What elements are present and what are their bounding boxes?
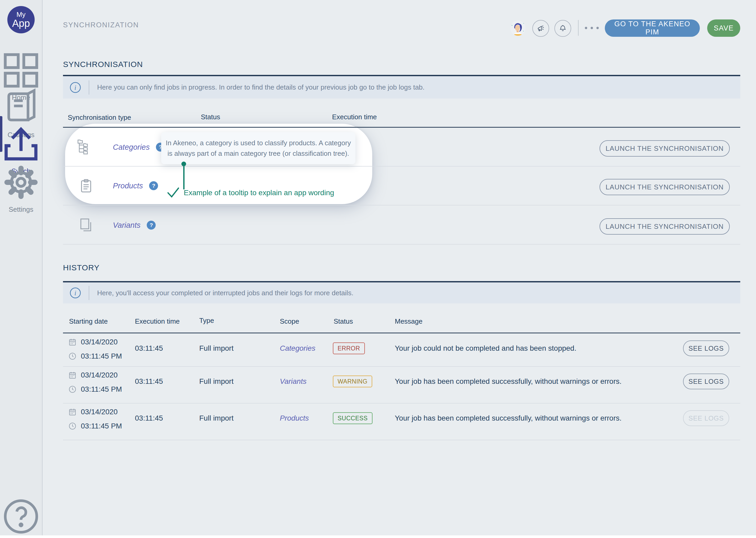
history-info-banner: i Here, you'll access your completed or … [63, 281, 740, 303]
column-header-status: Status [334, 317, 353, 325]
bottom-strip [0, 535, 756, 538]
column-header-type: Type [199, 317, 214, 325]
starting-date: 03/14/2020 [81, 371, 118, 379]
sync-type-link[interactable]: Variants [113, 221, 140, 230]
sync-type-cell: Variants ? [113, 221, 156, 230]
see-logs-button-disabled: SEE LOGS [683, 410, 729, 426]
sidebar-item-help[interactable]: Help [0, 496, 42, 538]
type-cell: Full import [199, 414, 234, 422]
history-row: 03/14/2020 03:11:45 PM 03:11:45 Full imp… [63, 403, 740, 440]
launch-sync-button[interactable]: LAUNCH THE SYNCHRONISATION [599, 179, 730, 195]
clock-icon [68, 422, 77, 430]
column-header-starting-date: Starting date [69, 317, 108, 325]
starting-time-cell: 03:11:45 PM [68, 422, 122, 430]
variants-icon [78, 217, 94, 233]
column-header-message: Message [395, 317, 423, 325]
launch-sync-button[interactable]: LAUNCH THE SYNCHRONISATION [599, 140, 730, 157]
history-section-title: HISTORY [63, 263, 100, 272]
announcements-button[interactable] [532, 20, 549, 37]
history-info-text: Here, you'll access your completed or in… [97, 289, 353, 297]
tooltip-pointer-line [183, 166, 185, 189]
info-icon: i [69, 287, 81, 299]
see-logs-button[interactable]: SEE LOGS [683, 341, 729, 356]
sidebar-item-settings[interactable]: Settings [0, 161, 42, 214]
status-cell: WARNING [333, 376, 372, 388]
launch-sync-button[interactable]: LAUNCH THE SYNCHRONISATION [599, 218, 730, 235]
banner-divider [89, 286, 89, 300]
status-cell: ERROR [333, 343, 365, 354]
starting-time-cell: 03:11:45 PM [68, 385, 122, 394]
execution-time-cell: 03:11:45 [135, 344, 163, 352]
starting-date-cell: 03/14/2020 [68, 408, 118, 416]
clipboard-icon [78, 178, 94, 194]
svg-text:i: i [74, 290, 76, 296]
app-logo[interactable]: My App [7, 6, 35, 33]
save-button[interactable]: SAVE [707, 20, 740, 37]
scope-link[interactable]: Products [280, 414, 309, 422]
calendar-icon [68, 408, 77, 416]
column-header-execution-time: Execution time [332, 113, 377, 121]
sync-row-variants: Variants ? LAUNCH THE SYNCHRONISATION [63, 205, 740, 244]
bell-icon [559, 24, 567, 32]
column-header-status: Status [201, 113, 220, 121]
help-badge[interactable]: ? [149, 181, 158, 190]
avatar[interactable] [510, 21, 526, 36]
gear-icon [0, 161, 42, 203]
scope-link[interactable]: Variants [280, 377, 307, 386]
status-badge: ERROR [333, 343, 365, 354]
tooltip-pointer-dot [181, 162, 186, 166]
clock-icon [68, 385, 77, 394]
starting-date: 03/14/2020 [81, 408, 118, 416]
type-cell: Full import [199, 377, 234, 386]
starting-time: 03:11:45 PM [81, 385, 122, 394]
scope-link[interactable]: Categories [280, 344, 315, 352]
starting-time: 03:11:45 PM [81, 352, 122, 360]
grid-icon [0, 49, 42, 91]
sidebar-item-label: Settings [0, 205, 42, 214]
message-cell: Your job has been completed successfully… [395, 377, 622, 386]
help-badge[interactable]: ? [147, 221, 156, 230]
overflow-menu-icon[interactable] [585, 20, 599, 36]
sync-row-products: Products ? LAUNCH THE SYNCHRONISATION [63, 166, 740, 205]
go-to-pim-button[interactable]: GO TO THE AKENEO PIM [605, 20, 700, 37]
sync-type-link[interactable]: Categories [113, 143, 150, 152]
execution-time-cell: 03:11:45 [135, 377, 163, 386]
tooltip-line1: In Akeneo, a category is used to classif… [165, 138, 351, 148]
starting-time: 03:11:45 PM [81, 422, 122, 430]
starting-date-cell: 03/14/2020 [68, 371, 118, 379]
sync-type-cell: Products ? [113, 181, 158, 190]
header-divider [578, 20, 579, 36]
svg-text:i: i [74, 84, 76, 91]
message-cell: Your job could not be completed and has … [395, 344, 577, 352]
sync-type-link[interactable]: Products [113, 182, 143, 190]
column-header-execution-time: Execution time [135, 317, 180, 325]
starting-time-cell: 03:11:45 PM [68, 352, 122, 360]
megaphone-icon [537, 24, 545, 32]
tooltip-annotation: Example of a tooltip to explain an app w… [184, 188, 334, 197]
clock-icon [68, 352, 77, 360]
row-divider [63, 440, 740, 440]
breadcrumb: SYNCHRONIZATION [63, 21, 139, 29]
logo-line2: App [12, 18, 30, 28]
history-row: 03/14/2020 03:11:45 PM 03:11:45 Full imp… [63, 334, 740, 366]
column-header-sync-type: Synchronisation type [68, 114, 131, 122]
see-logs-button[interactable]: SEE LOGS [683, 374, 729, 389]
history-table-header-rule [63, 333, 740, 333]
status-badge: WARNING [333, 376, 372, 388]
history-row: 03/14/2020 03:11:45 PM 03:11:45 Full imp… [63, 366, 740, 403]
sync-type-cell: Categories ? [113, 143, 165, 152]
info-icon: i [69, 81, 81, 93]
sync-info-text: Here you can only find jobs in progress.… [97, 83, 424, 91]
logo-line1: My [17, 11, 26, 18]
status-badge: SUCCESS [333, 412, 372, 424]
notifications-button[interactable] [554, 20, 571, 37]
execution-time-cell: 03:11:45 [135, 414, 163, 422]
tooltip: In Akeneo, a category is used to classif… [161, 132, 355, 164]
book-icon [0, 87, 42, 129]
type-cell: Full import [199, 344, 234, 352]
sidebar: My App Home Catalogs Synch Settings Help [0, 0, 42, 535]
tooltip-line2: is always part of a main category tree (… [167, 148, 349, 159]
calendar-icon [68, 371, 77, 379]
starting-date: 03/14/2020 [81, 338, 118, 346]
check-icon [167, 187, 179, 198]
